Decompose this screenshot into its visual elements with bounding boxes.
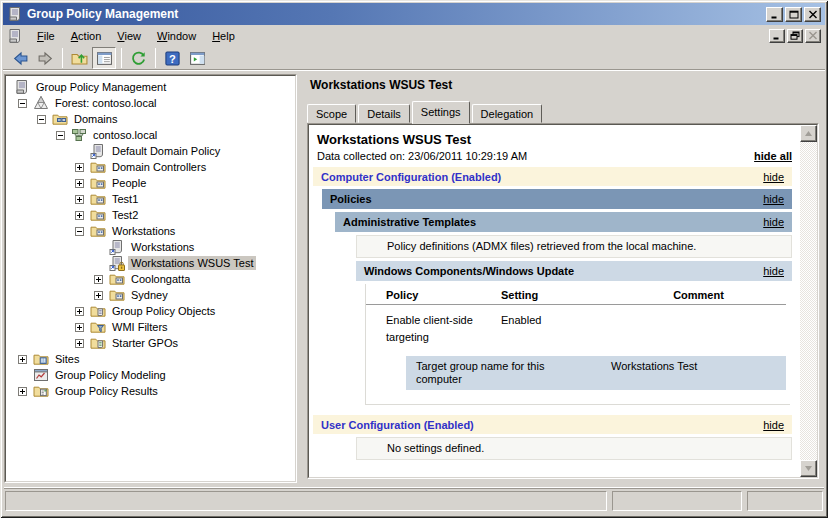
section-administrative-templates: Administrative Templates hide xyxy=(335,212,792,232)
tree-item-group-policy-modeling[interactable]: Group Policy Modeling xyxy=(6,367,295,383)
tree-item-label: Workstations xyxy=(109,224,178,238)
tree-item-people[interactable]: People xyxy=(6,175,295,191)
tree-item-label: Group Policy Modeling xyxy=(52,368,169,382)
minimize-button[interactable] xyxy=(766,7,783,22)
domains-icon xyxy=(52,111,68,127)
show-console-tree-button[interactable] xyxy=(92,47,116,69)
admx-note: Policy definitions (ADMX files) retrieve… xyxy=(356,235,792,258)
report-scrollbar[interactable] xyxy=(800,125,817,477)
tree-item-label: Domains xyxy=(71,112,120,126)
menu-help[interactable]: Help xyxy=(204,28,243,44)
expand-icon[interactable] xyxy=(75,307,84,316)
menu-file[interactable]: File xyxy=(29,28,63,44)
expand-icon[interactable] xyxy=(75,339,84,348)
gpo-link-enforced-icon xyxy=(109,255,125,271)
collapse-icon[interactable] xyxy=(37,115,46,124)
scroll-down-button[interactable] xyxy=(800,460,817,477)
gpmc-icon xyxy=(14,79,30,95)
tree-item-sites[interactable]: Sites xyxy=(6,351,295,367)
scroll-up-button[interactable] xyxy=(800,125,817,142)
toolbar: ? xyxy=(3,46,825,71)
expand-icon[interactable] xyxy=(94,291,103,300)
tree-item-group-policy-results[interactable]: Group Policy Results xyxy=(6,383,295,399)
expand-icon[interactable] xyxy=(75,211,84,220)
tree-item-label: Workstations xyxy=(128,240,197,254)
tree-item-wmi-filters[interactable]: WMI Filters xyxy=(6,319,295,335)
expand-icon[interactable] xyxy=(75,179,84,188)
tree-item-contoso-local[interactable]: contoso.local xyxy=(6,127,295,143)
refresh-button[interactable] xyxy=(126,47,150,69)
results-pane: Workstations WSUS Test ScopeDetailsSetti… xyxy=(302,74,824,483)
mdi-minimize-button[interactable] xyxy=(769,29,785,43)
expand-icon[interactable] xyxy=(18,387,27,396)
collapse-icon[interactable] xyxy=(75,227,84,236)
menu-window[interactable]: Window xyxy=(149,28,204,44)
mdi-close-button[interactable] xyxy=(805,29,821,43)
tree-item-label: Coolongatta xyxy=(128,272,193,286)
expand-icon[interactable] xyxy=(75,323,84,332)
tree-item-default-domain-policy[interactable]: Default Domain Policy xyxy=(6,143,295,159)
data-collected-text: Data collected on: 23/06/2011 10:29:19 A… xyxy=(317,150,527,162)
mdi-restore-button[interactable] xyxy=(787,29,803,43)
tree-item-sydney[interactable]: Sydney xyxy=(6,287,295,303)
report-title: Workstations WSUS Test xyxy=(317,132,792,147)
menu-action[interactable]: Action xyxy=(63,28,110,44)
tab-delegation[interactable]: Delegation xyxy=(472,104,543,123)
hide-all-link[interactable]: hide all xyxy=(754,150,792,162)
status-segment xyxy=(5,491,607,511)
tree-item-starter-gpos[interactable]: Starter GPOs xyxy=(6,335,295,351)
tree-item-label: Domain Controllers xyxy=(109,160,209,174)
policy-comment-cell xyxy=(611,305,786,349)
hide-link-user-configuration[interactable]: hide xyxy=(763,419,784,431)
show-action-pane-button[interactable] xyxy=(185,47,209,69)
tree-item-coolongatta[interactable]: Coolongatta xyxy=(6,271,295,287)
tree-item-workstations[interactable]: Workstations xyxy=(6,223,295,239)
tree-item-group-policy-objects[interactable]: Group Policy Objects xyxy=(6,303,295,319)
status-segment xyxy=(747,491,823,511)
expand-icon[interactable] xyxy=(75,195,84,204)
tree-item-test2[interactable]: Test2 xyxy=(6,207,295,223)
mdi-window-controls xyxy=(767,29,821,43)
hide-link-administrative-templates[interactable]: hide xyxy=(763,216,784,228)
results-folder-icon xyxy=(33,383,49,399)
policies-title: Policies xyxy=(330,193,372,205)
help-button[interactable]: ? xyxy=(160,47,184,69)
up-one-level-button[interactable] xyxy=(67,47,91,69)
tab-settings[interactable]: Settings xyxy=(412,101,470,124)
tree-item-label: Forest: contoso.local xyxy=(52,96,160,110)
menu-view[interactable]: View xyxy=(109,28,149,44)
tree-item-workstations[interactable]: Workstations xyxy=(6,239,295,255)
settings-report: Workstations WSUS Test Data collected on… xyxy=(307,123,819,479)
close-button[interactable] xyxy=(804,7,821,22)
tree-item-domain-controllers[interactable]: Domain Controllers xyxy=(6,159,295,175)
expand-icon[interactable] xyxy=(18,355,27,364)
collapse-icon[interactable] xyxy=(56,131,65,140)
app-icon xyxy=(7,6,23,22)
toolbar-separator xyxy=(62,48,63,68)
section-user-configuration: User Configuration (Enabled) hide xyxy=(313,415,792,434)
tree-item-forest-contoso-local[interactable]: Forest: contoso.local xyxy=(6,95,295,111)
tree-item-group-policy-management[interactable]: Group Policy Management xyxy=(6,79,295,95)
column-policy: Policy xyxy=(366,286,501,305)
policy-table-container: Policy Setting Comment Enable client-sid… xyxy=(365,284,790,405)
tab-details[interactable]: Details xyxy=(358,104,410,123)
column-comment: Comment xyxy=(611,286,786,305)
report-content: Workstations WSUS Test Data collected on… xyxy=(309,125,800,477)
hide-link-policies[interactable]: hide xyxy=(763,193,784,205)
title-bar: Group Policy Management xyxy=(3,3,825,25)
tab-scope[interactable]: Scope xyxy=(307,104,356,123)
tree-item-test1[interactable]: Test1 xyxy=(6,191,295,207)
expand-icon[interactable] xyxy=(75,163,84,172)
tree-item-domains[interactable]: Domains xyxy=(6,111,295,127)
back-button[interactable] xyxy=(8,47,32,69)
expand-icon[interactable] xyxy=(94,275,103,284)
sites-folder-icon xyxy=(33,351,49,367)
menu-bar: FileActionViewWindowHelp xyxy=(3,25,825,46)
maximize-button[interactable] xyxy=(785,7,802,22)
hide-link-windows-update[interactable]: hide xyxy=(763,265,784,277)
tree-item-workstations-wsus-test[interactable]: Workstations WSUS Test xyxy=(6,255,295,271)
collapse-icon[interactable] xyxy=(18,99,27,108)
forward-button[interactable] xyxy=(33,47,57,69)
hide-link-computer-configuration[interactable]: hide xyxy=(763,171,784,183)
option-label: Target group name for this computer xyxy=(416,360,566,386)
